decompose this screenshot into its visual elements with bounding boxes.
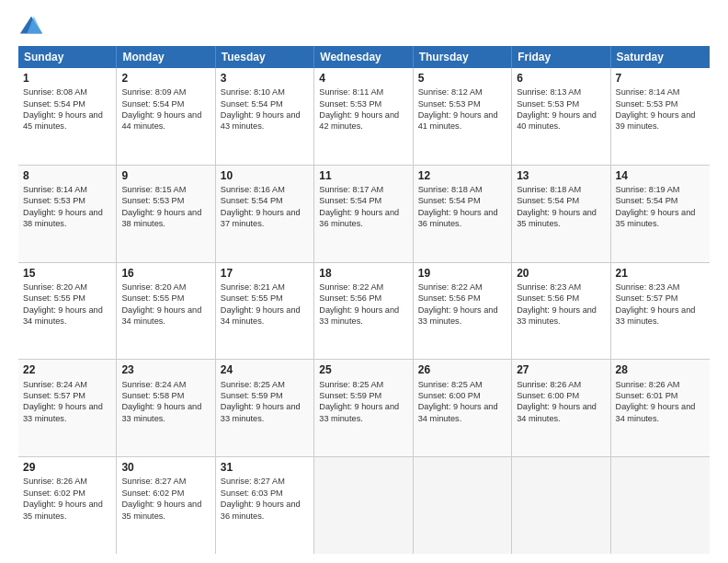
day-number: 22	[23, 362, 111, 377]
day-cell: 23Sunrise: 8:24 AMSunset: 5:58 PMDayligh…	[117, 360, 215, 456]
sunset: Sunset: 5:53 PM	[616, 99, 678, 109]
sunrise: Sunrise: 8:24 AM	[121, 380, 186, 389]
day-number: 30	[121, 460, 210, 475]
day-cell: 18Sunrise: 8:22 AMSunset: 5:56 PMDayligh…	[314, 263, 413, 360]
daylight: Daylight: 9 hours and 33 minutes.	[319, 305, 399, 326]
weekday-header: Sunday	[18, 46, 117, 68]
day-number: 17	[221, 266, 309, 281]
sunrise: Sunrise: 8:22 AM	[418, 282, 483, 292]
sunrise: Sunrise: 8:24 AM	[23, 380, 87, 389]
daylight: Daylight: 9 hours and 33 minutes.	[221, 402, 301, 422]
day-number: 15	[23, 266, 111, 281]
sunset: Sunset: 5:54 PM	[23, 99, 85, 109]
day-cell: 16Sunrise: 8:20 AMSunset: 5:55 PMDayligh…	[117, 263, 215, 360]
weekday-header: Tuesday	[216, 46, 314, 68]
sunset: Sunset: 5:54 PM	[319, 196, 381, 205]
sunset: Sunset: 5:54 PM	[221, 196, 283, 205]
daylight: Daylight: 9 hours and 33 minutes.	[517, 305, 597, 326]
sunset: Sunset: 5:56 PM	[319, 293, 381, 303]
calendar-row: 22Sunrise: 8:24 AMSunset: 5:57 PMDayligh…	[18, 360, 710, 457]
daylight: Daylight: 9 hours and 45 minutes.	[23, 110, 103, 131]
sunset: Sunset: 5:53 PM	[418, 99, 481, 109]
sunset: Sunset: 5:56 PM	[418, 293, 481, 303]
day-number: 7	[616, 71, 705, 86]
sunrise: Sunrise: 8:26 AM	[23, 477, 87, 486]
sunset: Sunset: 5:53 PM	[23, 196, 85, 205]
daylight: Daylight: 9 hours and 33 minutes.	[319, 402, 399, 422]
daylight: Daylight: 9 hours and 34 minutes.	[23, 305, 103, 326]
day-number: 31	[221, 460, 309, 475]
daylight: Daylight: 9 hours and 35 minutes.	[517, 208, 597, 228]
day-cell: 21Sunrise: 8:23 AMSunset: 5:57 PMDayligh…	[611, 263, 710, 360]
header	[18, 15, 710, 40]
sunrise: Sunrise: 8:25 AM	[319, 380, 383, 389]
sunrise: Sunrise: 8:13 AM	[517, 87, 581, 97]
day-number: 26	[418, 362, 506, 377]
sunset: Sunset: 5:55 PM	[23, 293, 85, 303]
day-number: 20	[517, 266, 605, 281]
sunrise: Sunrise: 8:25 AM	[418, 380, 483, 389]
day-cell: 13Sunrise: 8:18 AMSunset: 5:54 PMDayligh…	[512, 166, 610, 262]
sunrise: Sunrise: 8:18 AM	[418, 185, 483, 194]
day-number: 23	[121, 362, 210, 377]
sunset: Sunset: 5:59 PM	[221, 391, 283, 400]
sunrise: Sunrise: 8:22 AM	[319, 282, 383, 292]
sunset: Sunset: 5:54 PM	[517, 196, 579, 205]
sunset: Sunset: 5:54 PM	[221, 99, 283, 109]
sunset: Sunset: 5:57 PM	[616, 293, 678, 303]
daylight: Daylight: 9 hours and 35 minutes.	[23, 500, 103, 520]
sunset: Sunset: 5:58 PM	[121, 391, 184, 400]
sunrise: Sunrise: 8:26 AM	[517, 380, 581, 389]
sunset: Sunset: 5:54 PM	[616, 196, 678, 205]
daylight: Daylight: 9 hours and 36 minutes.	[418, 208, 498, 228]
logo-icon	[18, 15, 44, 40]
day-number: 5	[418, 71, 506, 86]
sunset: Sunset: 6:00 PM	[418, 391, 481, 400]
day-number: 21	[616, 266, 705, 281]
sunrise: Sunrise: 8:10 AM	[221, 87, 285, 97]
day-number: 1	[23, 71, 111, 86]
day-cell: 6Sunrise: 8:13 AMSunset: 5:53 PMDaylight…	[512, 68, 610, 165]
daylight: Daylight: 9 hours and 42 minutes.	[319, 110, 399, 131]
weekday-header: Monday	[117, 46, 215, 68]
day-number: 13	[517, 168, 605, 183]
day-number: 12	[418, 168, 506, 183]
sunset: Sunset: 5:53 PM	[121, 196, 184, 205]
sunrise: Sunrise: 8:09 AM	[121, 87, 186, 97]
weekday-header: Wednesday	[314, 46, 413, 68]
calendar-row: 29Sunrise: 8:26 AMSunset: 6:02 PMDayligh…	[18, 457, 710, 554]
day-cell: 7Sunrise: 8:14 AMSunset: 5:53 PMDaylight…	[611, 68, 710, 165]
day-cell: 25Sunrise: 8:25 AMSunset: 5:59 PMDayligh…	[314, 360, 413, 456]
daylight: Daylight: 9 hours and 37 minutes.	[221, 208, 301, 228]
sunrise: Sunrise: 8:20 AM	[23, 282, 87, 292]
daylight: Daylight: 9 hours and 34 minutes.	[221, 305, 301, 326]
day-number: 11	[319, 168, 407, 183]
calendar-row: 8Sunrise: 8:14 AMSunset: 5:53 PMDaylight…	[18, 166, 710, 263]
day-cell: 28Sunrise: 8:26 AMSunset: 6:01 PMDayligh…	[611, 360, 710, 456]
day-cell: 4Sunrise: 8:11 AMSunset: 5:53 PMDaylight…	[314, 68, 413, 165]
empty-cell	[314, 457, 413, 554]
sunrise: Sunrise: 8:23 AM	[517, 282, 581, 292]
day-cell: 12Sunrise: 8:18 AMSunset: 5:54 PMDayligh…	[414, 166, 512, 262]
calendar-row: 1Sunrise: 8:08 AMSunset: 5:54 PMDaylight…	[18, 68, 710, 166]
sunset: Sunset: 5:55 PM	[121, 293, 184, 303]
day-number: 8	[23, 168, 111, 183]
day-number: 19	[418, 266, 506, 281]
empty-cell	[512, 457, 610, 554]
sunset: Sunset: 6:03 PM	[221, 488, 283, 498]
day-cell: 8Sunrise: 8:14 AMSunset: 5:53 PMDaylight…	[18, 166, 117, 262]
sunset: Sunset: 5:59 PM	[319, 391, 381, 400]
sunrise: Sunrise: 8:18 AM	[517, 185, 581, 194]
empty-cell	[611, 457, 710, 554]
day-cell: 20Sunrise: 8:23 AMSunset: 5:56 PMDayligh…	[512, 263, 610, 360]
empty-cell	[414, 457, 512, 554]
day-cell: 1Sunrise: 8:08 AMSunset: 5:54 PMDaylight…	[18, 68, 117, 165]
sunrise: Sunrise: 8:12 AM	[418, 87, 483, 97]
sunrise: Sunrise: 8:21 AM	[221, 282, 285, 292]
sunrise: Sunrise: 8:14 AM	[616, 87, 680, 97]
calendar-row: 15Sunrise: 8:20 AMSunset: 5:55 PMDayligh…	[18, 263, 710, 361]
sunrise: Sunrise: 8:15 AM	[121, 185, 186, 194]
daylight: Daylight: 9 hours and 34 minutes.	[121, 305, 201, 326]
day-cell: 3Sunrise: 8:10 AMSunset: 5:54 PMDaylight…	[216, 68, 314, 165]
sunset: Sunset: 6:01 PM	[616, 391, 678, 400]
